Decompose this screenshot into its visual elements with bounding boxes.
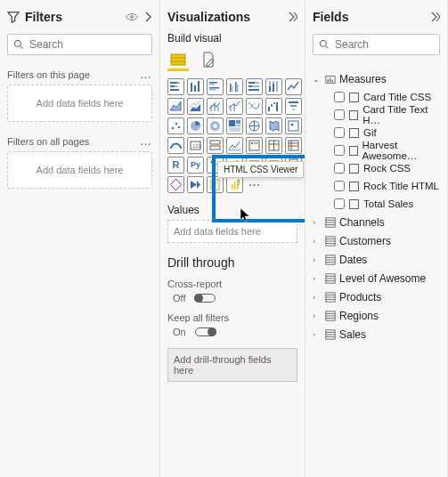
- svg-rect-58: [210, 141, 220, 144]
- treemap-icon[interactable]: [226, 117, 243, 134]
- html-css-viewer-icon[interactable]: [207, 176, 224, 193]
- field-checkbox[interactable]: [334, 109, 345, 120]
- format-tab[interactable]: [198, 50, 219, 71]
- filters-search[interactable]: [7, 34, 152, 55]
- clustered-column-icon[interactable]: [226, 78, 243, 95]
- funnel-chart-icon[interactable]: [285, 98, 302, 115]
- stacked-area-icon[interactable]: [187, 98, 204, 115]
- svg-rect-90: [330, 77, 330, 82]
- field-checkbox[interactable]: [334, 163, 345, 174]
- svg-rect-32: [214, 102, 216, 111]
- table-channels[interactable]: ›Channels: [313, 213, 440, 231]
- field-item[interactable]: Card Title CSS: [313, 88, 440, 106]
- gauge-icon[interactable]: [167, 137, 184, 154]
- line-clustered-column-icon[interactable]: [226, 98, 243, 115]
- more-icon[interactable]: …: [140, 134, 152, 148]
- svg-rect-27: [269, 86, 271, 92]
- ribbon-chart-icon[interactable]: [246, 98, 263, 115]
- line-stacked-column-icon[interactable]: [207, 98, 224, 115]
- line-chart-icon[interactable]: [285, 78, 302, 95]
- map-icon[interactable]: [246, 117, 263, 134]
- keep-filters-row: Keep all filters: [167, 312, 297, 323]
- field-checkbox[interactable]: [334, 145, 345, 156]
- drill-through-label: Drill through: [167, 255, 297, 270]
- filters-search-input[interactable]: [29, 38, 146, 51]
- expand-icon[interactable]: [429, 12, 440, 22]
- filters-page-drop[interactable]: Add data fields here: [7, 85, 152, 122]
- power-apps-icon[interactable]: [167, 176, 184, 193]
- fields-search-input[interactable]: [335, 38, 434, 51]
- r-visual-icon[interactable]: R: [167, 157, 184, 174]
- filled-map-icon[interactable]: [265, 117, 282, 134]
- table-measures[interactable]: ⌄Measures: [313, 69, 440, 88]
- field-item[interactable]: Rock CSS: [313, 159, 440, 177]
- azure-map-icon[interactable]: [285, 117, 302, 134]
- svg-rect-5: [170, 82, 177, 84]
- more-visuals-icon[interactable]: ⋯: [246, 176, 263, 193]
- eye-icon[interactable]: [126, 11, 138, 23]
- search-icon: [13, 39, 24, 50]
- table-icon: [325, 273, 336, 284]
- clustered-bar-icon[interactable]: [207, 78, 224, 95]
- cross-report-toggle-row: Off: [167, 293, 297, 303]
- matrix-icon[interactable]: [285, 137, 302, 154]
- table-customers[interactable]: ›Customers: [313, 231, 440, 250]
- multi-row-card-icon[interactable]: [207, 137, 224, 154]
- svg-rect-84: [234, 182, 236, 190]
- table-regions[interactable]: ›Regions: [313, 306, 440, 325]
- filters-all-drop[interactable]: Add data fields here: [7, 151, 152, 189]
- field-checkbox[interactable]: [334, 198, 345, 209]
- table-dates[interactable]: ›Dates: [313, 250, 440, 269]
- field-checkbox[interactable]: [334, 181, 345, 191]
- svg-rect-14: [209, 84, 215, 85]
- fields-search[interactable]: [313, 34, 440, 55]
- 100-stacked-bar-icon[interactable]: [246, 78, 263, 95]
- custom-visual-icon[interactable]: }: [226, 176, 243, 193]
- svg-rect-33: [217, 107, 219, 111]
- stacked-bar-icon[interactable]: [167, 78, 184, 95]
- scatter-icon[interactable]: [167, 117, 184, 134]
- expand-icon[interactable]: [287, 12, 297, 22]
- drill-drop[interactable]: Add drill-through fields here: [167, 348, 297, 382]
- kpi-icon[interactable]: [226, 137, 243, 154]
- 100-stacked-column-icon[interactable]: [265, 78, 282, 95]
- py-visual-icon[interactable]: Py: [187, 157, 204, 174]
- table-level-of-awesome[interactable]: ›Level of Awesome: [313, 269, 440, 287]
- table-icon[interactable]: [265, 137, 282, 154]
- table-label: Dates: [339, 254, 367, 266]
- pie-chart-icon[interactable]: [187, 117, 204, 134]
- waterfall-icon[interactable]: [265, 98, 282, 115]
- stacked-column-icon[interactable]: [187, 78, 204, 95]
- slicer-icon[interactable]: [246, 137, 263, 154]
- collapse-icon[interactable]: [143, 12, 152, 22]
- card-icon[interactable]: 123: [187, 137, 204, 154]
- svg-rect-41: [290, 105, 297, 107]
- power-automate-icon[interactable]: [187, 176, 204, 193]
- field-checkbox[interactable]: [334, 127, 345, 138]
- svg-rect-51: [236, 125, 240, 126]
- tooltip: HTML CSS Viewer: [217, 161, 304, 178]
- table-products[interactable]: ›Products: [313, 287, 440, 306]
- svg-rect-6: [177, 82, 180, 84]
- more-icon[interactable]: …: [140, 68, 152, 81]
- field-item[interactable]: Card Title Text H…: [313, 106, 440, 124]
- field-checkbox[interactable]: [334, 92, 345, 102]
- measure-icon: [349, 146, 358, 156]
- svg-rect-17: [230, 84, 232, 92]
- svg-rect-54: [289, 121, 298, 131]
- svg-rect-61: [249, 141, 259, 150]
- keep-filters-toggle[interactable]: [195, 327, 216, 336]
- cross-report-toggle[interactable]: [194, 294, 216, 303]
- search-icon: [319, 39, 330, 50]
- values-drop[interactable]: Add data fields here: [167, 220, 297, 243]
- field-item[interactable]: Harvest Awesome…: [313, 141, 440, 159]
- table-sales[interactable]: ›Sales: [313, 325, 440, 344]
- filters-pane: Filters Filters on this page… Add data f…: [0, 0, 160, 477]
- donut-chart-icon[interactable]: [207, 117, 224, 134]
- area-chart-icon[interactable]: [167, 98, 184, 115]
- field-item[interactable]: Total Sales: [313, 195, 440, 213]
- table-label: Customers: [339, 235, 391, 247]
- field-item[interactable]: Gif: [313, 124, 440, 141]
- field-item[interactable]: Rock Title HTML: [313, 177, 440, 195]
- build-tab[interactable]: [167, 50, 189, 71]
